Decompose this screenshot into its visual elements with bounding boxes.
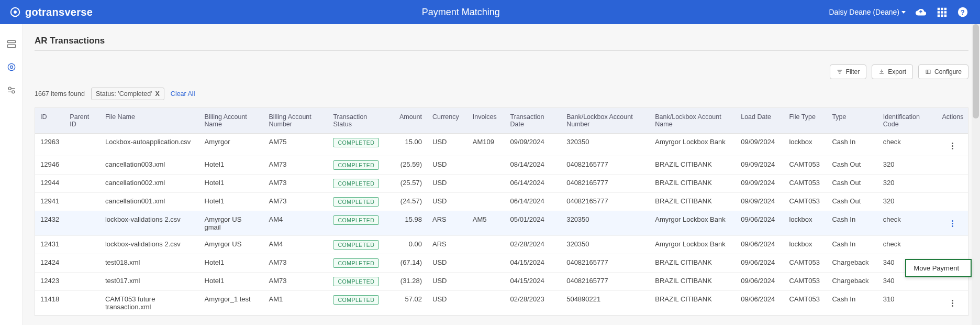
svg-point-18	[12, 91, 14, 93]
help-icon[interactable]: ?	[957, 6, 968, 18]
svg-rect-6	[941, 11, 943, 14]
export-label: Export	[888, 68, 906, 75]
cell-id: 11418	[35, 291, 64, 316]
cell-bl_name: BRAZIL CITIBANK	[650, 193, 736, 211]
cloud-upload-icon[interactable]	[915, 6, 927, 18]
col-ftype[interactable]: File Type	[784, 108, 827, 134]
user-menu[interactable]: Daisy Deane (Deane)	[829, 8, 906, 16]
table-row[interactable]: 12941cancellation001.xmlHotel1AM73COMPLE…	[35, 193, 968, 211]
table-row[interactable]: 12963Lockbox-autoapplication.csvAmyrgorA…	[35, 134, 968, 156]
svg-rect-13	[7, 40, 15, 42]
cell-invoices: AM109	[467, 134, 505, 156]
col-invoices[interactable]: Invoices	[467, 108, 505, 134]
cell-ba_num: AM73	[264, 193, 328, 211]
col-parent-id[interactable]: Parent ID	[64, 108, 100, 134]
cell-type: Cash In	[827, 291, 877, 316]
cell-ftype: CAMT053	[784, 273, 827, 291]
configure-button[interactable]: Configure	[918, 64, 968, 79]
cell-ba_num: AM4	[264, 236, 328, 254]
col-tdate[interactable]: Transaction Date	[505, 108, 562, 134]
cell-invoices	[467, 254, 505, 273]
filter-icon	[837, 69, 843, 75]
table-row[interactable]: 12432lockbox-validations 2.csvAmyrgor US…	[35, 211, 968, 236]
remove-chip-icon[interactable]: X	[155, 90, 160, 98]
cell-amount: (67.14)	[387, 254, 427, 273]
cell-amount: (25.57)	[387, 175, 427, 193]
cell-invoices	[467, 156, 505, 175]
cell-file: cancellation003.xml	[100, 156, 199, 175]
col-bl-name[interactable]: Bank/Lockbox Account Name	[650, 108, 736, 134]
cell-amount: 15.00	[387, 134, 427, 156]
cell-tdate: 02/28/2023	[505, 291, 562, 316]
cell-ldate: 09/06/2024	[736, 236, 784, 254]
col-amount[interactable]: Amount	[387, 108, 427, 134]
table-row[interactable]: 11418CAMT053 future transaction.xmlAmyrg…	[35, 291, 968, 316]
export-button[interactable]: Export	[872, 64, 913, 79]
svg-rect-19	[926, 70, 930, 74]
cell-status: COMPLETED	[328, 156, 387, 175]
scrollbar-thumb[interactable]	[973, 24, 979, 118]
table-row[interactable]: 12424test018.xmlHotel1AM73COMPLETED(67.1…	[35, 254, 968, 273]
col-actions[interactable]: Actions	[937, 108, 968, 134]
status-badge: COMPLETED	[333, 295, 379, 305]
cell-id: 12431	[35, 236, 64, 254]
cell-actions	[937, 211, 968, 236]
cell-file: Lockbox-autoapplication.csv	[100, 134, 199, 156]
brand-logo[interactable]: gotransverse	[9, 6, 93, 18]
cell-currency: USD	[427, 134, 467, 156]
cell-id: 12941	[35, 193, 64, 211]
table-row[interactable]: 12423test017.xmlHotel1AM73COMPLETED(31.2…	[35, 273, 968, 291]
cell-parent	[64, 193, 100, 211]
row-menu-icon[interactable]	[950, 298, 955, 309]
row-menu-icon[interactable]	[950, 140, 955, 151]
row-menu-icon[interactable]	[950, 218, 955, 229]
cell-actions	[937, 156, 968, 175]
columns-icon	[925, 69, 931, 75]
clear-all-link[interactable]: Clear All	[171, 90, 195, 98]
cell-id: 12423	[35, 273, 64, 291]
app-title: Payment Matching	[93, 7, 829, 18]
context-item-move-payment[interactable]: Move Payment	[906, 260, 971, 276]
col-status[interactable]: Transaction Status	[328, 108, 387, 134]
sidebar-item-target[interactable]	[6, 62, 17, 72]
cell-invoices	[467, 175, 505, 193]
cell-bl_num: 04082165777	[561, 175, 650, 193]
filter-chip[interactable]: Status: 'Completed' X	[91, 88, 164, 100]
brand-text: gotransverse	[25, 6, 93, 18]
col-ldate[interactable]: Load Date	[736, 108, 784, 134]
cell-bl_num: 320350	[561, 134, 650, 156]
cell-ftype: CAMT053	[784, 175, 827, 193]
cell-ba_num: AM75	[264, 134, 328, 156]
sidebar-item-layout[interactable]	[6, 39, 17, 49]
cell-amount: 0.00	[387, 236, 427, 254]
table-row[interactable]: 12431lockbox-validations 2.csvAmyrgor US…	[35, 236, 968, 254]
col-id[interactable]: ID	[35, 108, 64, 134]
vertical-scrollbar[interactable]	[972, 24, 980, 316]
col-type[interactable]: Type	[827, 108, 877, 134]
col-currency[interactable]: Currency	[427, 108, 467, 134]
title-divider	[35, 50, 968, 51]
apps-grid-icon[interactable]	[936, 6, 948, 18]
sidebar-item-settings[interactable]	[6, 85, 17, 95]
app-header: gotransverse Payment Matching Daisy Dean…	[0, 0, 980, 24]
col-idcode[interactable]: Identification Code	[878, 108, 937, 134]
col-ba-name[interactable]: Billing Account Name	[199, 108, 264, 134]
table-row[interactable]: 12946cancellation003.xmlHotel1AM73COMPLE…	[35, 156, 968, 175]
col-ba-num[interactable]: Billing Account Number	[264, 108, 328, 134]
cell-currency: USD	[427, 175, 467, 193]
cell-ldate: 09/06/2024	[736, 273, 784, 291]
cell-type: Cash Out	[827, 193, 877, 211]
col-file[interactable]: File Name	[100, 108, 199, 134]
cell-type: Cash Out	[827, 175, 877, 193]
cell-parent	[64, 254, 100, 273]
status-badge: COMPLETED	[333, 160, 379, 170]
filter-button[interactable]: Filter	[830, 64, 867, 79]
cell-tdate: 08/14/2024	[505, 156, 562, 175]
col-bl-num[interactable]: Bank/Lockbox Account Number	[561, 108, 650, 134]
cell-ba_name: Amyrgor_1 test	[199, 291, 264, 316]
cell-file: lockbox-validations 2.csv	[100, 211, 199, 236]
cell-actions	[937, 134, 968, 156]
svg-point-1	[14, 10, 17, 14]
table-row[interactable]: 12944cancellation002.xmlHotel1AM73COMPLE…	[35, 175, 968, 193]
cell-bl_num: 04082165777	[561, 273, 650, 291]
